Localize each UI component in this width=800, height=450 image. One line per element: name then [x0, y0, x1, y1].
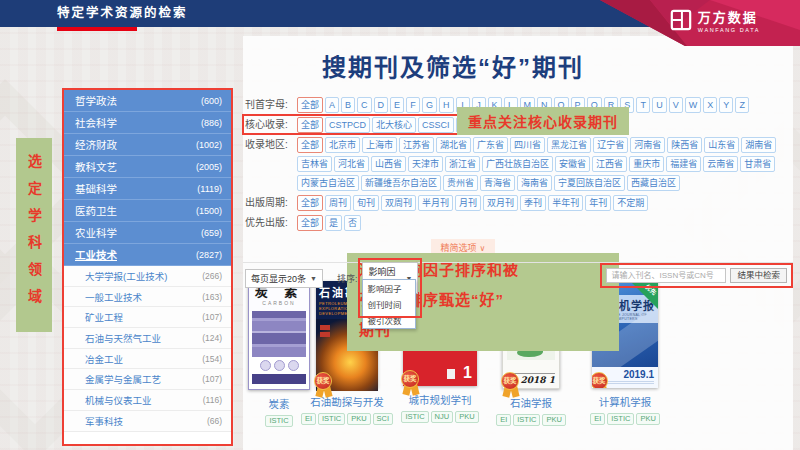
filter-chip[interactable]: 半月刊 [418, 195, 453, 211]
sidebar-item-category[interactable]: 基础科学 (1119) [64, 178, 231, 200]
filter-chip[interactable]: 天津市 [408, 156, 443, 172]
journal-name-link[interactable]: 计算机学报 [599, 394, 652, 409]
filter-chip[interactable]: B [341, 97, 355, 113]
filter-chip[interactable]: 广西壮族自治区 [482, 156, 553, 172]
filter-chip-all[interactable]: 全部 [297, 215, 323, 231]
filter-chip[interactable]: 广东省 [473, 137, 508, 153]
sidebar-item-category[interactable]: 哲学政法 (600) [64, 90, 231, 112]
filter-chip[interactable]: 云南省 [703, 156, 738, 172]
slide-title: 特定学术资源的检索 [57, 0, 188, 27]
filter-chip[interactable]: 河北省 [334, 156, 369, 172]
filter-chip[interactable]: 甘肃省 [740, 156, 775, 172]
filter-chip[interactable]: T [636, 97, 650, 113]
filter-chip[interactable]: W [685, 97, 702, 113]
filter-chip[interactable]: 吉林省 [297, 156, 332, 172]
filter-chip[interactable]: Y [719, 97, 733, 113]
filter-chip[interactable]: 江西省 [592, 156, 627, 172]
filter-chip-all[interactable]: 全部 [297, 195, 323, 211]
filter-chip[interactable]: 贵州省 [443, 175, 478, 191]
sort-option[interactable]: 影响因子 [363, 280, 415, 296]
filter-chip[interactable]: 不定期 [613, 195, 648, 211]
filter-chip-all[interactable]: 全部 [297, 97, 323, 113]
sidebar-item-subcategory[interactable]: 石油与天然气工业 (124) [64, 328, 231, 349]
sort-option[interactable]: 被引次数 [363, 312, 415, 328]
sidebar-item-subcategory[interactable]: 矿业工程 (107) [64, 307, 231, 328]
filter-chip[interactable]: U [652, 97, 667, 113]
filter-chip[interactable]: 上海市 [362, 137, 397, 153]
page-size-select[interactable]: 每页显示20条▼ [245, 269, 323, 288]
filter-chip[interactable]: 旬刊 [353, 195, 379, 211]
sidebar-item-category[interactable]: 经济财政 (1002) [64, 134, 231, 156]
filter-chip[interactable]: 月刊 [455, 195, 481, 211]
filter-chip[interactable]: 重庆市 [629, 156, 664, 172]
wanfang-logo[interactable]: 万方数据 WANFANG DATA [670, 7, 760, 33]
filter-chip[interactable]: E [390, 97, 404, 113]
sidebar-item-category[interactable]: 教科文艺 (2005) [64, 156, 231, 178]
filter-chip[interactable]: 海南省 [517, 175, 552, 191]
filter-chip[interactable]: A [325, 97, 339, 113]
filter-chip[interactable]: 安徽省 [555, 156, 590, 172]
filter-chip[interactable]: 湖南省 [741, 137, 776, 153]
search-input[interactable] [606, 268, 726, 283]
filter-chip[interactable]: 黑龙江省 [547, 137, 591, 153]
filter-chip[interactable]: 否 [344, 215, 361, 231]
sidebar-item-subcategory[interactable]: 机械与仪表工业 (116) [64, 390, 231, 411]
category-count: (1119) [197, 184, 222, 194]
filter-chip[interactable]: 宁夏回族自治区 [554, 175, 625, 191]
filter-chip[interactable]: 季刊 [520, 195, 546, 211]
filter-chip[interactable]: 山东省 [704, 137, 739, 153]
filter-chip[interactable]: 周刊 [325, 195, 351, 211]
filter-chip[interactable]: 河南省 [630, 137, 665, 153]
filter-chip[interactable]: 福建省 [666, 156, 701, 172]
subcategory-label: 冶金工业 [85, 352, 123, 366]
filter-chip[interactable]: 是 [325, 215, 342, 231]
sidebar-item-category[interactable]: 社会科学 (886) [64, 112, 231, 134]
index-badge: PKU [347, 413, 370, 425]
filter-chip[interactable]: 半年刊 [548, 195, 583, 211]
filter-chip[interactable]: 内蒙古自治区 [297, 175, 359, 191]
sort-option[interactable]: 创刊时间 [363, 296, 415, 312]
journal-name-link[interactable]: 炭素 [269, 396, 290, 411]
filter-chip[interactable]: 辽宁省 [593, 137, 628, 153]
search-in-results-button[interactable]: 结果中检索 [730, 268, 787, 283]
filter-chip[interactable]: 年刊 [585, 195, 611, 211]
filter-chip-all[interactable]: 全部 [297, 117, 323, 133]
index-badge: ISTIC [513, 414, 540, 426]
filter-chip[interactable]: 双周刊 [381, 195, 416, 211]
sidebar-item-subcategory[interactable]: 金属学与金属工艺 (107) [64, 369, 231, 390]
sidebar-item-subcategory[interactable]: 军事科技 (66) [64, 411, 231, 432]
filter-chip[interactable]: X [703, 97, 717, 113]
filter-chip[interactable]: D [374, 97, 389, 113]
filter-chip[interactable]: CSTPCD [325, 117, 370, 133]
filter-chip[interactable]: 江苏省 [399, 137, 434, 153]
filter-chip[interactable]: CSSCI [418, 117, 454, 133]
category-label: 医药卫生 [75, 203, 117, 218]
sidebar-item-category[interactable]: 医药卫生 (1500) [64, 200, 231, 222]
sidebar-item-subcategory[interactable]: 一般工业技术 (163) [64, 287, 231, 308]
filter-chip[interactable]: 青海省 [480, 175, 515, 191]
filter-chip[interactable]: G [422, 97, 437, 113]
filter-chip[interactable]: V [669, 97, 683, 113]
filter-chip[interactable]: 陕西省 [667, 137, 702, 153]
filter-chip[interactable]: C [357, 97, 372, 113]
sidebar-item-category[interactable]: 农业科学 (659) [64, 222, 231, 244]
filter-chip[interactable]: 四川省 [510, 137, 545, 153]
filter-chip-all[interactable]: 全部 [297, 137, 323, 153]
filter-chip[interactable]: H [439, 97, 454, 113]
filter-chip[interactable]: 双月刊 [483, 195, 518, 211]
award-medal-icon: 获奖 [314, 372, 334, 400]
filter-chip[interactable]: Z [735, 97, 749, 113]
subcategory-count: (116) [203, 395, 222, 405]
filter-chip[interactable]: 山西省 [371, 156, 406, 172]
journal-badges: EIISTICPKUSCI [301, 413, 393, 425]
filter-chip[interactable]: 北大核心 [372, 117, 416, 133]
filter-chip[interactable]: 湖北省 [436, 137, 471, 153]
filter-chip[interactable]: F [406, 97, 420, 113]
filter-chip[interactable]: 西藏自治区 [627, 175, 680, 191]
filter-chip[interactable]: 新疆维吾尔自治区 [361, 175, 441, 191]
sidebar-item-subcategory[interactable]: 冶金工业 (154) [64, 349, 231, 370]
sidebar-item-subcategory[interactable]: 大学学报(工业技术) (266) [64, 266, 231, 287]
filter-chip[interactable]: 浙江省 [445, 156, 480, 172]
filter-chip[interactable]: 北京市 [325, 137, 360, 153]
sidebar-item-category[interactable]: 工业技术 (2827) [64, 244, 231, 266]
